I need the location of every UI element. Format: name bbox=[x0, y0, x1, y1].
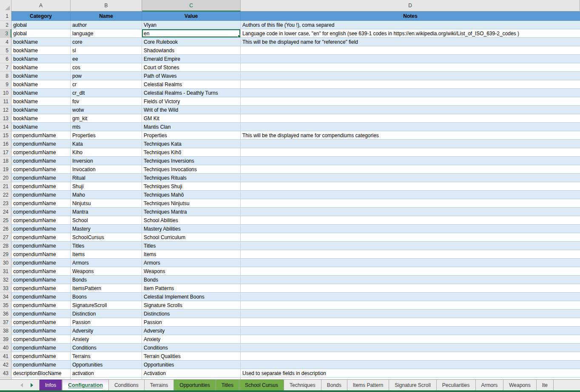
cell-A6[interactable]: bookName bbox=[11, 55, 71, 63]
cell-A40[interactable]: compendiumName bbox=[11, 344, 71, 352]
row-header-35[interactable]: 35 bbox=[0, 301, 11, 310]
cell-C35[interactable]: Signature Scrolls bbox=[142, 301, 241, 310]
cell-B40[interactable]: Conditions bbox=[71, 344, 142, 352]
cell-A29[interactable]: compendiumName bbox=[11, 250, 71, 259]
cell-C26[interactable]: Mastery Abilities bbox=[142, 225, 241, 233]
cell-B18[interactable]: Inversion bbox=[71, 157, 142, 165]
row-header-26[interactable]: 26 bbox=[0, 225, 11, 233]
cell-B44[interactable] bbox=[71, 378, 142, 379]
cell-D43[interactable]: Used to separate fields in description bbox=[241, 369, 580, 378]
cell-B38[interactable]: Adversity bbox=[71, 327, 142, 335]
column-header-A[interactable]: A bbox=[11, 0, 71, 11]
row-header-14[interactable]: 14 bbox=[0, 123, 11, 131]
header-cell-A1[interactable]: Category bbox=[11, 11, 71, 21]
cell-B30[interactable]: Armors bbox=[71, 259, 142, 267]
row-header-24[interactable]: 24 bbox=[0, 208, 11, 216]
cell-D16[interactable] bbox=[241, 140, 580, 148]
row-header-1[interactable]: 1 bbox=[0, 11, 11, 21]
cell-D38[interactable] bbox=[241, 327, 580, 335]
cell-D35[interactable] bbox=[241, 301, 580, 310]
sheet-tab-school-cursus[interactable]: School Cursus bbox=[239, 380, 284, 390]
cell-C31[interactable]: Weapons bbox=[142, 267, 241, 276]
cell-D7[interactable] bbox=[241, 63, 580, 72]
cell-A37[interactable]: compendiumName bbox=[11, 318, 71, 327]
row-header-18[interactable]: 18 bbox=[0, 157, 11, 165]
cell-C22[interactable]: Techniques Mahõ bbox=[142, 191, 241, 199]
cell-D17[interactable] bbox=[241, 148, 580, 157]
cell-A12[interactable]: bookName bbox=[11, 106, 71, 114]
cell-A41[interactable]: compendiumName bbox=[11, 352, 71, 361]
cell-D10[interactable] bbox=[241, 89, 580, 97]
cell-D8[interactable] bbox=[241, 72, 580, 80]
row-header-38[interactable]: 38 bbox=[0, 327, 11, 335]
cell-C21[interactable]: Techniques Shuji bbox=[142, 182, 241, 191]
cell-C14[interactable]: Mantis Clan bbox=[142, 123, 241, 131]
sheet-tab-bonds[interactable]: Bonds bbox=[321, 380, 347, 390]
row-header-32[interactable]: 32 bbox=[0, 276, 11, 284]
cell-D15[interactable]: This will be the displayed name for comp… bbox=[241, 131, 580, 140]
cell-C9[interactable]: Celestial Realms bbox=[142, 80, 241, 89]
row-header-31[interactable]: 31 bbox=[0, 267, 11, 276]
cell-C29[interactable]: Items bbox=[142, 250, 241, 259]
cell-A3[interactable]: global bbox=[11, 29, 71, 38]
cell-C39[interactable]: Anxiety bbox=[142, 335, 241, 344]
selected-cell-C3[interactable]: en bbox=[142, 29, 241, 38]
cell-A20[interactable]: compendiumName bbox=[11, 174, 71, 182]
row-header-25[interactable]: 25 bbox=[0, 216, 11, 225]
cell-B33[interactable]: ItemsPattern bbox=[71, 284, 142, 293]
cell-A38[interactable]: compendiumName bbox=[11, 327, 71, 335]
row-header-21[interactable]: 21 bbox=[0, 182, 11, 191]
cell-C10[interactable]: Celestial Realms - Deathly Turns bbox=[142, 89, 241, 97]
cell-D6[interactable] bbox=[241, 55, 580, 63]
cell-C20[interactable]: Techniques Rituals bbox=[142, 174, 241, 182]
cell-D2[interactable]: Authors of this file (You !), coma separ… bbox=[241, 21, 580, 29]
row-header-7[interactable]: 7 bbox=[0, 63, 11, 72]
cell-D36[interactable] bbox=[241, 310, 580, 318]
row-header-22[interactable]: 22 bbox=[0, 191, 11, 199]
cell-D27[interactable] bbox=[241, 233, 580, 242]
cell-C2[interactable]: Vlyan bbox=[142, 21, 241, 29]
cell-D18[interactable] bbox=[241, 157, 580, 165]
cell-B6[interactable]: ee bbox=[71, 55, 142, 63]
cell-A44[interactable] bbox=[11, 378, 71, 379]
cell-D5[interactable] bbox=[241, 46, 580, 55]
cell-B31[interactable]: Weapons bbox=[71, 267, 142, 276]
cell-A43[interactable]: descriptionBlocName bbox=[11, 369, 71, 378]
row-header-9[interactable]: 9 bbox=[0, 80, 11, 89]
cell-D20[interactable] bbox=[241, 174, 580, 182]
row-header-3[interactable]: 3 bbox=[0, 29, 11, 38]
sheet-tab-opportunities[interactable]: Opportunities bbox=[174, 380, 216, 390]
cell-B14[interactable]: mts bbox=[71, 123, 142, 131]
sheet-tab-signature-scroll[interactable]: Signature Scroll bbox=[389, 380, 437, 390]
sheet-tab-peculiarities[interactable]: Peculiarities bbox=[437, 380, 476, 390]
cell-D39[interactable] bbox=[241, 335, 580, 344]
cell-B32[interactable]: Bonds bbox=[71, 276, 142, 284]
sheet-tab-terrains[interactable]: Terrains bbox=[145, 380, 174, 390]
cell-D29[interactable] bbox=[241, 250, 580, 259]
cell-C36[interactable]: Distinctions bbox=[142, 310, 241, 318]
cell-C25[interactable]: School Abilities bbox=[142, 216, 241, 225]
row-header-30[interactable]: 30 bbox=[0, 259, 11, 267]
cell-B27[interactable]: SchoolCursus bbox=[71, 233, 142, 242]
sheet-tab-armors[interactable]: Armors bbox=[476, 380, 504, 390]
row-header-20[interactable]: 20 bbox=[0, 174, 11, 182]
row-header-6[interactable]: 6 bbox=[0, 55, 11, 63]
cell-A33[interactable]: compendiumName bbox=[11, 284, 71, 293]
cell-A7[interactable]: bookName bbox=[11, 63, 71, 72]
cell-A27[interactable]: compendiumName bbox=[11, 233, 71, 242]
cell-A15[interactable]: compendiumName bbox=[11, 131, 71, 140]
cell-D21[interactable] bbox=[241, 182, 580, 191]
cell-B12[interactable]: wotw bbox=[71, 106, 142, 114]
cell-D33[interactable] bbox=[241, 284, 580, 293]
row-header-29[interactable]: 29 bbox=[0, 250, 11, 259]
cell-C11[interactable]: Fields of Victory bbox=[142, 97, 241, 106]
cell-B17[interactable]: Kiho bbox=[71, 148, 142, 157]
next-sheet-arrow-icon[interactable] bbox=[31, 383, 33, 387]
cell-A10[interactable]: bookName bbox=[11, 89, 71, 97]
cell-B29[interactable]: Items bbox=[71, 250, 142, 259]
header-cell-B1[interactable]: Name bbox=[71, 11, 142, 21]
cell-A39[interactable]: compendiumName bbox=[11, 335, 71, 344]
cell-B25[interactable]: School bbox=[71, 216, 142, 225]
cell-C41[interactable]: Terrain Qualities bbox=[142, 352, 241, 361]
cell-A13[interactable]: bookName bbox=[11, 114, 71, 123]
